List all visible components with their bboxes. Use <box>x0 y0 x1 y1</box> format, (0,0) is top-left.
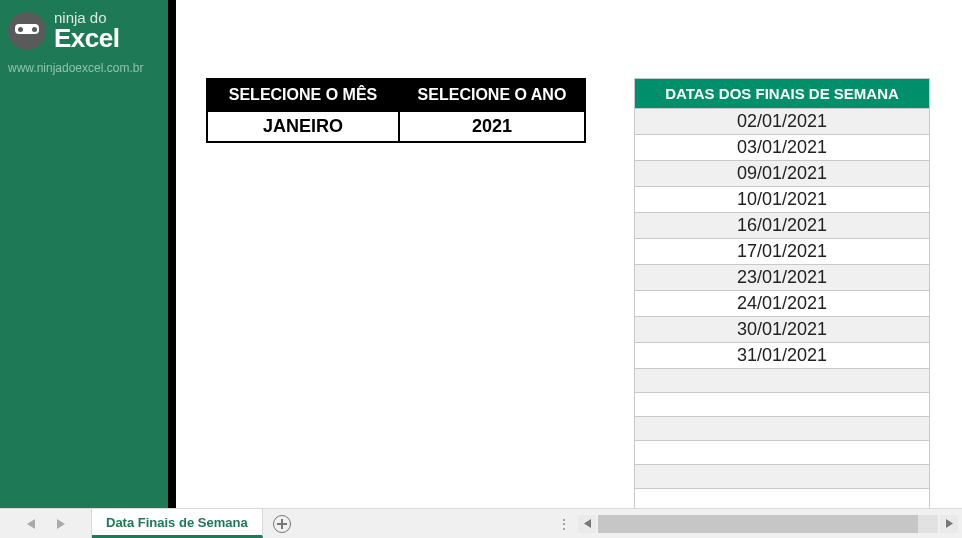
caret-right-icon <box>946 519 953 528</box>
ano-value: 2021 <box>472 116 512 136</box>
tab-navigation <box>0 509 92 538</box>
sheet-tab-bar: Data Finais de Semana ⋮ <box>0 508 962 538</box>
ninja-logo-icon <box>8 12 46 50</box>
sheet-tab-active[interactable]: Data Finais de Semana <box>92 509 263 538</box>
month-year-selector: SELECIONE O MÊS SELECIONE O ANO JANEIRO … <box>206 78 586 143</box>
brand-url: www.ninjadoexcel.com.br <box>8 61 160 75</box>
scroll-right-button[interactable] <box>940 515 958 533</box>
add-sheet-button[interactable] <box>263 509 301 538</box>
table-row[interactable] <box>635 489 930 509</box>
table-row[interactable]: 10/01/2021 <box>635 187 930 213</box>
caret-left-icon <box>584 519 591 528</box>
dates-body: 02/01/2021 03/01/2021 09/01/2021 10/01/2… <box>635 109 930 509</box>
weekend-dates-table: DATAS DOS FINAIS DE SEMANA 02/01/2021 03… <box>634 78 930 508</box>
tab-prev-icon[interactable] <box>27 519 35 529</box>
table-row[interactable] <box>635 393 930 417</box>
table-row[interactable] <box>635 465 930 489</box>
table-row[interactable]: 24/01/2021 <box>635 291 930 317</box>
mes-value: JANEIRO <box>263 116 343 136</box>
header-mes: SELECIONE O MÊS <box>207 79 399 111</box>
table-row[interactable]: 16/01/2021 <box>635 213 930 239</box>
table-row[interactable]: 31/01/2021 <box>635 343 930 369</box>
cell-ano[interactable]: 2021 <box>399 111 585 142</box>
plus-icon <box>273 515 291 533</box>
header-ano: SELECIONE O ANO <box>399 79 585 111</box>
table-row[interactable]: 30/01/2021 <box>635 317 930 343</box>
cell-mes[interactable]: JANEIRO <box>207 111 399 142</box>
scroll-thumb[interactable] <box>598 515 918 533</box>
table-row[interactable] <box>635 441 930 465</box>
tab-next-icon[interactable] <box>57 519 65 529</box>
scroll-left-button[interactable] <box>578 515 596 533</box>
brand-logo-row: ninja do Excel <box>8 10 160 51</box>
worksheet-area[interactable]: SELECIONE O MÊS SELECIONE O ANO JANEIRO … <box>176 0 962 508</box>
table-row[interactable]: 17/01/2021 <box>635 239 930 265</box>
horizontal-scrollbar <box>576 509 962 538</box>
brand-line2: Excel <box>54 25 119 51</box>
table-row[interactable]: 23/01/2021 <box>635 265 930 291</box>
table-row[interactable]: 09/01/2021 <box>635 161 930 187</box>
table-row[interactable] <box>635 369 930 393</box>
dates-header: DATAS DOS FINAIS DE SEMANA <box>635 79 930 109</box>
scroll-track[interactable] <box>598 515 938 533</box>
brand-text: ninja do Excel <box>54 10 119 51</box>
tab-splitter-handle[interactable]: ⋮ <box>552 509 576 538</box>
brand-sidebar: ninja do Excel www.ninjadoexcel.com.br <box>0 0 176 508</box>
table-row[interactable]: 03/01/2021 <box>635 135 930 161</box>
table-row[interactable] <box>635 417 930 441</box>
table-row[interactable]: 02/01/2021 <box>635 109 930 135</box>
